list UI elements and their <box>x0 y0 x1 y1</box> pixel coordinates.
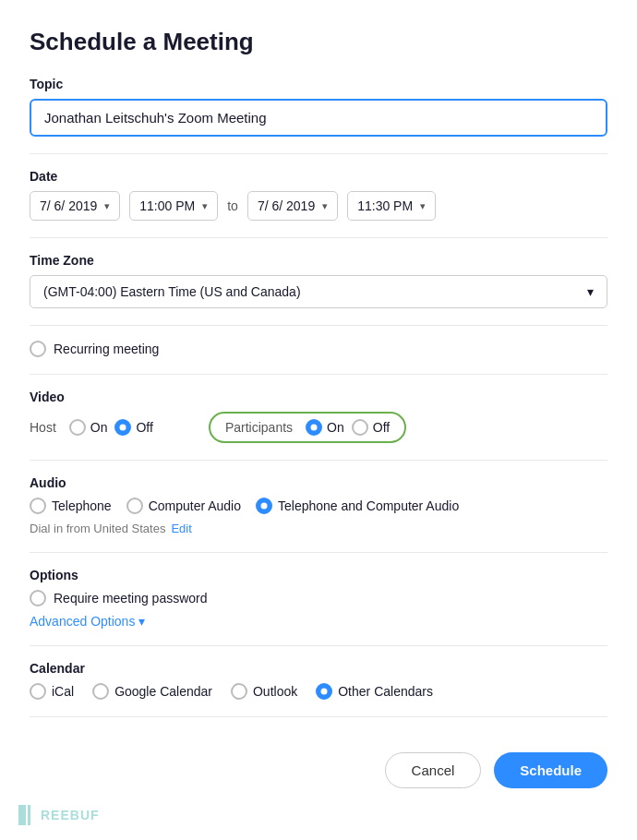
timezone-select[interactable]: (GMT-04:00) Eastern Time (US and Canada)… <box>30 275 607 308</box>
calendar-google-radio[interactable] <box>92 683 109 700</box>
participants-on-label: On <box>327 420 344 435</box>
require-password-row: Require meeting password <box>30 590 607 606</box>
audio-both-radio[interactable] <box>256 498 272 514</box>
end-time-value: 11:30 PM <box>357 198 413 213</box>
topic-section: Topic <box>30 77 607 137</box>
topic-input[interactable] <box>30 99 607 137</box>
calendar-ical-radio[interactable] <box>30 683 46 700</box>
start-time-chevron-icon: ▾ <box>202 200 208 212</box>
host-group: Host On Off <box>30 419 153 436</box>
participants-off-option[interactable]: Off <box>352 419 390 436</box>
start-time-select[interactable]: 11:00 PM ▾ <box>129 191 218 221</box>
audio-section: Audio Telephone Computer Audio Telephone… <box>30 475 607 535</box>
participants-on-option[interactable]: On <box>306 419 344 436</box>
audio-computer-label: Computer Audio <box>149 498 241 513</box>
timezone-label: Time Zone <box>30 253 607 268</box>
calendar-other-radio[interactable] <box>316 683 332 700</box>
participants-group: Participants On Off <box>209 412 406 443</box>
calendar-outlook-option[interactable]: Outlook <box>231 683 297 700</box>
svg-rect-0 <box>18 805 26 825</box>
calendar-label: Calendar <box>30 661 607 676</box>
divider-8 <box>30 716 607 717</box>
host-off-label: Off <box>136 420 152 435</box>
to-label: to <box>227 198 238 213</box>
calendar-other-label: Other Calendars <box>338 684 433 699</box>
advanced-options-link[interactable]: Advanced Options ▾ <box>30 614 607 629</box>
start-date-select[interactable]: 7/ 6/ 2019 ▾ <box>30 191 120 221</box>
cancel-button[interactable]: Cancel <box>385 752 482 788</box>
advanced-options-chevron-icon: ▾ <box>138 614 145 629</box>
button-row: Cancel Schedule <box>30 743 607 788</box>
host-on-label: On <box>90 420 108 435</box>
dial-in-row: Dial in from United States Edit <box>30 522 607 535</box>
audio-options: Telephone Computer Audio Telephone and C… <box>30 498 607 514</box>
calendar-outlook-label: Outlook <box>253 684 297 699</box>
audio-both-option[interactable]: Telephone and Computer Audio <box>256 498 459 514</box>
calendar-outlook-radio[interactable] <box>231 683 247 700</box>
participants-off-radio[interactable] <box>352 419 368 436</box>
audio-telephone-option[interactable]: Telephone <box>30 498 112 514</box>
require-password-radio[interactable] <box>30 590 46 606</box>
dial-in-text: Dial in from United States <box>30 522 165 535</box>
divider-3 <box>30 325 607 326</box>
video-row: Host On Off Participants On Off <box>30 412 607 443</box>
divider-2 <box>30 237 607 238</box>
calendar-google-option[interactable]: Google Calendar <box>92 683 212 700</box>
calendar-options: iCal Google Calendar Outlook Other Calen… <box>30 683 607 700</box>
topic-label: Topic <box>30 77 607 91</box>
schedule-button[interactable]: Schedule <box>494 752 607 788</box>
date-label: Date <box>30 169 607 184</box>
participants-label: Participants <box>225 420 293 435</box>
timezone-section: Time Zone (GMT-04:00) Eastern Time (US a… <box>30 253 607 308</box>
host-off-option[interactable]: Off <box>114 419 152 436</box>
host-label: Host <box>30 420 56 435</box>
calendar-ical-label: iCal <box>52 684 74 699</box>
recurring-label: Recurring meeting <box>54 342 159 356</box>
recurring-section: Recurring meeting <box>30 341 607 357</box>
calendar-ical-option[interactable]: iCal <box>30 683 74 700</box>
timezone-chevron-icon: ▾ <box>587 284 594 299</box>
divider-5 <box>30 460 607 461</box>
end-date-select[interactable]: 7/ 6/ 2019 ▾ <box>247 191 338 221</box>
participants-on-radio[interactable] <box>306 419 322 436</box>
end-date-chevron-icon: ▾ <box>322 200 328 212</box>
calendar-other-option[interactable]: Other Calendars <box>316 683 433 700</box>
calendar-google-label: Google Calendar <box>114 684 212 699</box>
options-label: Options <box>30 568 607 582</box>
participants-off-label: Off <box>373 420 390 435</box>
end-date-value: 7/ 6/ 2019 <box>258 198 315 213</box>
date-row: 7/ 6/ 2019 ▾ 11:00 PM ▾ to 7/ 6/ 2019 ▾ … <box>30 191 607 221</box>
divider-1 <box>30 153 607 154</box>
watermark-icon <box>18 805 39 825</box>
host-on-option[interactable]: On <box>69 419 108 436</box>
timezone-value: (GMT-04:00) Eastern Time (US and Canada) <box>43 284 301 299</box>
audio-computer-option[interactable]: Computer Audio <box>126 498 241 514</box>
audio-both-label: Telephone and Computer Audio <box>278 498 459 513</box>
svg-rect-1 <box>28 805 30 825</box>
watermark: REEBUF <box>18 805 100 825</box>
page-title: Schedule a Meeting <box>30 28 607 56</box>
watermark-text: REEBUF <box>41 808 100 822</box>
audio-telephone-label: Telephone <box>52 498 112 513</box>
options-section: Options Require meeting password Advance… <box>30 568 607 629</box>
audio-computer-radio[interactable] <box>126 498 143 514</box>
edit-link[interactable]: Edit <box>171 522 191 535</box>
require-password-label: Require meeting password <box>54 591 208 606</box>
host-on-radio[interactable] <box>69 419 86 436</box>
calendar-section: Calendar iCal Google Calendar Outlook Ot… <box>30 661 607 700</box>
end-time-select[interactable]: 11:30 PM ▾ <box>347 191 436 221</box>
host-off-radio[interactable] <box>114 419 131 436</box>
audio-telephone-radio[interactable] <box>30 498 46 514</box>
start-date-chevron-icon: ▾ <box>104 200 110 212</box>
audio-label: Audio <box>30 475 607 490</box>
divider-4 <box>30 374 607 375</box>
divider-7 <box>30 645 607 646</box>
date-section: Date 7/ 6/ 2019 ▾ 11:00 PM ▾ to 7/ 6/ 20… <box>30 169 607 221</box>
end-time-chevron-icon: ▾ <box>420 200 426 212</box>
start-time-value: 11:00 PM <box>139 198 195 213</box>
video-section: Video Host On Off Participants On Off <box>30 390 607 443</box>
advanced-options-label: Advanced Options <box>30 614 135 629</box>
divider-6 <box>30 552 607 553</box>
video-label: Video <box>30 390 607 404</box>
recurring-radio[interactable] <box>30 341 46 357</box>
